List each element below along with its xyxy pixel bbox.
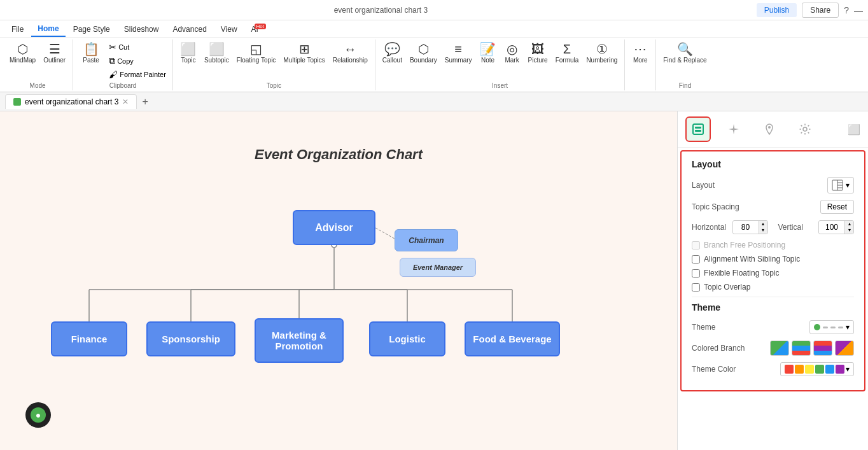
paste-icon: 📋: [83, 43, 99, 55]
theme-select[interactable]: ▾: [809, 320, 854, 334]
tab-advanced[interactable]: Advanced: [166, 22, 213, 36]
canvas[interactable]: Event Organization Chart Advisor Chairma…: [0, 111, 677, 450]
theme-dot-gray1: [823, 327, 828, 328]
node-logistic[interactable]: Logistic: [369, 321, 445, 356]
theme-color-select[interactable]: ▾: [780, 362, 854, 376]
formula-button[interactable]: Σ Formula: [552, 41, 582, 66]
panel-layout-icon[interactable]: [685, 116, 711, 142]
tab-pagestyle[interactable]: Page Style: [67, 22, 116, 36]
subtopic-icon: ⬜: [209, 43, 225, 55]
topic-button[interactable]: ⬜ Topic: [177, 41, 200, 66]
outliner-button[interactable]: ☰ Outliner: [40, 41, 69, 66]
floating-topic-button[interactable]: ◱ Floating Topic: [234, 41, 279, 66]
theme-dot-green: [814, 324, 820, 330]
node-marketing[interactable]: Marketing & Promotion: [255, 318, 344, 363]
paste-button[interactable]: 📋 Paste: [77, 41, 105, 66]
callout-icon: 💬: [384, 43, 400, 55]
group-mode: ⬡ MindMap ☰ Outliner Mode: [3, 39, 73, 90]
horizontal-down[interactable]: ▾: [759, 227, 767, 234]
outliner-icon: ☰: [49, 43, 60, 55]
tab-home[interactable]: Home: [31, 22, 65, 37]
panel-location-icon[interactable]: [757, 116, 782, 142]
svg-point-17: [803, 127, 807, 131]
tab-close-button[interactable]: ✕: [122, 97, 129, 106]
help-button[interactable]: ?: [844, 5, 849, 15]
reset-button[interactable]: Reset: [820, 200, 854, 214]
branch-opt-1[interactable]: [770, 341, 789, 356]
format-painter-button[interactable]: 🖌 Format Painter: [106, 68, 169, 81]
group-clipboard-label: Clipboard: [109, 82, 137, 89]
branch-opt-3[interactable]: [813, 341, 832, 356]
callout-button[interactable]: 💬 Callout: [379, 41, 405, 66]
node-chairman[interactable]: Chairman: [395, 229, 458, 251]
group-clipboard: 📋 Paste ✂ Cut ⧉ Copy 🖌: [73, 39, 173, 90]
group-topic-label: Topic: [267, 82, 281, 89]
vertical-up[interactable]: ▴: [844, 221, 853, 227]
tab-view[interactable]: View: [214, 22, 244, 36]
picture-button[interactable]: 🖼 Picture: [525, 41, 551, 66]
flexible-label: Flexible Floating Topic: [704, 269, 780, 278]
tab-file[interactable]: File: [5, 22, 30, 36]
share-button[interactable]: Share: [802, 3, 839, 18]
group-insert: 💬 Callout ⬡ Boundary ≡ Summary 📝 Note ◎: [375, 39, 625, 90]
branch-free-checkbox[interactable]: [692, 241, 700, 250]
node-food[interactable]: Food & Beverage: [465, 321, 560, 356]
node-event-manager[interactable]: Event Manager: [400, 258, 476, 277]
vertical-input[interactable]: [819, 221, 844, 233]
vertical-field[interactable]: ▴ ▾: [818, 220, 854, 234]
multiple-topics-icon: ⊞: [299, 43, 310, 55]
overlap-checkbox[interactable]: [692, 283, 700, 292]
tab-ai[interactable]: AI Hot: [245, 22, 265, 36]
swatch-orange: [795, 365, 804, 374]
copy-button[interactable]: ⧉ Copy: [106, 54, 169, 67]
branch-opt-4[interactable]: [835, 341, 854, 356]
branch-opt-2[interactable]: [792, 341, 811, 356]
horizontal-field[interactable]: ▴ ▾: [732, 220, 768, 234]
vertical-down[interactable]: ▾: [844, 227, 853, 234]
horizontal-up[interactable]: ▴: [759, 221, 767, 227]
mindmap-button[interactable]: ⬡ MindMap: [6, 41, 39, 66]
doc-tab[interactable]: event organizational chart 3 ✕: [5, 94, 137, 109]
mark-button[interactable]: ◎ Mark: [501, 41, 524, 66]
node-finance[interactable]: Finance: [51, 321, 127, 356]
floating-topic-icon: ◱: [250, 43, 262, 55]
ai-bubble-icon: ●: [31, 407, 46, 423]
summary-button[interactable]: ≡ Summary: [442, 41, 475, 66]
cut-button[interactable]: ✂ Cut: [106, 41, 169, 53]
horizontal-label: Horizontal: [692, 223, 727, 232]
numbering-icon: ①: [596, 43, 608, 55]
flexible-checkbox[interactable]: [692, 269, 700, 278]
note-button[interactable]: 📝 Note: [477, 41, 500, 66]
topic-spacing-label: Topic Spacing: [692, 202, 820, 211]
numbering-button[interactable]: ① Numbering: [583, 41, 620, 66]
title-bar: event organizational chart 3 Publish Sha…: [0, 0, 868, 20]
horizontal-input[interactable]: [733, 221, 759, 233]
group-more: ⋯ More: [625, 39, 656, 90]
layout-select[interactable]: ▾: [827, 177, 854, 193]
alignment-checkbox[interactable]: [692, 255, 700, 264]
publish-button[interactable]: Publish: [757, 3, 797, 17]
find-replace-button[interactable]: 🔍 Find & Replace: [660, 41, 710, 66]
flexible-row: Flexible Floating Topic: [692, 269, 854, 278]
swatch-blue: [825, 365, 834, 374]
subtopic-button[interactable]: ⬜ Subtopic: [201, 41, 232, 66]
boundary-button[interactable]: ⬡ Boundary: [407, 41, 440, 66]
more-button[interactable]: ⋯ More: [629, 41, 652, 66]
node-advisor[interactable]: Advisor: [293, 210, 375, 245]
svg-rect-15: [695, 130, 701, 132]
swatch-green: [815, 365, 824, 374]
tab-slideshow[interactable]: Slideshow: [118, 22, 165, 36]
tabs-bar: event organizational chart 3 ✕ +: [0, 92, 868, 111]
panel-expand-icon[interactable]: ⬜: [848, 123, 860, 136]
node-sponsorship[interactable]: Sponsorship: [146, 321, 235, 356]
summary-icon: ≡: [454, 43, 462, 55]
mindmap-icon: ⬡: [17, 43, 28, 55]
minimize-button[interactable]: —: [854, 5, 863, 15]
group-mode-label: Mode: [30, 82, 46, 89]
panel-settings-icon[interactable]: [792, 116, 818, 142]
multiple-topics-button[interactable]: ⊞ Multiple Topics: [280, 41, 328, 66]
panel-sparkle-icon[interactable]: [721, 116, 746, 142]
tab-add-button[interactable]: +: [137, 94, 153, 110]
ai-assistant-button[interactable]: ●: [25, 402, 51, 428]
relationship-button[interactable]: ↔ Relationship: [330, 41, 371, 66]
